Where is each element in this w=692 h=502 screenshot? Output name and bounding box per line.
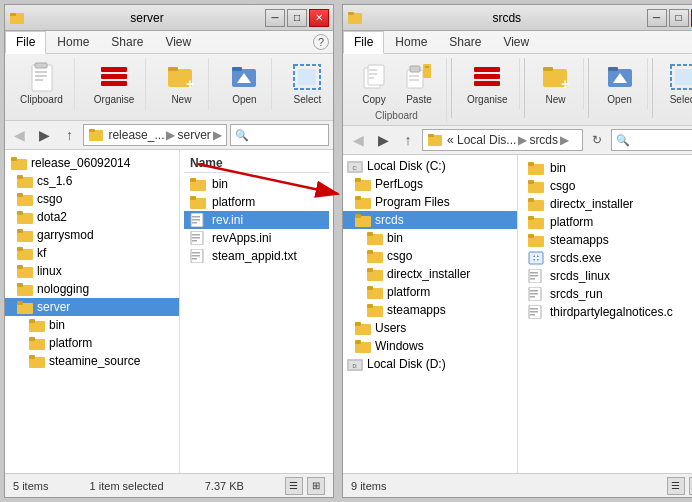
nav-item-platform-left[interactable]: platform <box>5 334 179 352</box>
file-item-revini[interactable]: rev.ini <box>184 211 329 229</box>
left-close-button[interactable]: ✕ <box>309 9 329 27</box>
nav-item-kf[interactable]: kf <box>5 244 179 262</box>
left-grid-view-button[interactable]: ⊞ <box>307 477 325 495</box>
right-organise-group: Organise <box>456 58 520 110</box>
left-up-button[interactable]: ↑ <box>59 124 81 146</box>
right-file-srcdsexe[interactable]: srcds.exe <box>522 249 692 267</box>
tree-item-users[interactable]: Users <box>343 319 517 337</box>
nav-item-steamine[interactable]: steamine_source <box>5 352 179 370</box>
right-grid-view-button[interactable]: ⊞ <box>689 477 692 495</box>
left-minimize-button[interactable]: ─ <box>265 9 285 27</box>
right-file-csgo[interactable]: csgo <box>522 177 692 195</box>
file-item-revappsini[interactable]: revApps.ini <box>184 229 329 247</box>
right-tab-share[interactable]: Share <box>438 31 492 53</box>
right-back-button[interactable]: ◀ <box>347 129 369 151</box>
right-open-button[interactable]: Open <box>599 58 641 108</box>
tree-item-bin[interactable]: bin <box>343 229 517 247</box>
left-clipboard-button[interactable]: Clipboard <box>15 58 68 108</box>
left-organise-button[interactable]: Organise <box>89 58 140 108</box>
file-item-platform[interactable]: platform <box>184 193 329 211</box>
left-tab-share[interactable]: Share <box>100 31 154 53</box>
file-item-steamappid[interactable]: steam_appid.txt <box>184 247 329 265</box>
svg-rect-38 <box>17 301 23 305</box>
left-tab-home[interactable]: Home <box>46 31 100 53</box>
left-open-button[interactable]: Open <box>223 58 265 108</box>
right-file-platform[interactable]: platform <box>522 213 692 231</box>
tree-item-perflogs[interactable]: PerfLogs <box>343 175 517 193</box>
left-tab-file[interactable]: File <box>5 31 46 54</box>
right-copy-button[interactable]: Copy <box>353 58 395 108</box>
nav-item-csgo[interactable]: csgo <box>5 190 179 208</box>
svg-text:+: + <box>186 76 194 92</box>
tree-item-windows[interactable]: Windows <box>343 337 517 355</box>
right-clipboard-label: Clipboard <box>375 110 418 121</box>
right-search-box[interactable]: 🔍 <box>611 129 692 151</box>
right-maximize-button[interactable]: □ <box>669 9 689 27</box>
tree-item-csgo[interactable]: csgo <box>343 247 517 265</box>
right-file-steamapps[interactable]: steamapps <box>522 231 692 249</box>
right-up-button[interactable]: ↑ <box>397 129 419 151</box>
right-address-box[interactable]: « Local Dis... ▶ srcds ▶ <box>422 129 583 151</box>
svg-rect-73 <box>409 79 419 81</box>
right-file-directx[interactable]: directx_installer <box>522 195 692 213</box>
right-clipboard-group: Copy Pas <box>347 58 447 123</box>
nav-item-linux[interactable]: linux <box>5 262 179 280</box>
nav-item-cs16[interactable]: cs_1.6 <box>5 172 179 190</box>
nav-item-nologging[interactable]: nologging <box>5 280 179 298</box>
left-help-button[interactable]: ? <box>313 34 329 50</box>
right-list-view-button[interactable]: ☰ <box>667 477 685 495</box>
right-file-bin-label: bin <box>550 161 566 175</box>
right-new-button[interactable]: + New <box>535 58 577 108</box>
right-tab-file[interactable]: File <box>343 31 384 54</box>
tree-item-localc[interactable]: C: Local Disk (C:) <box>343 157 517 175</box>
right-paste-button[interactable]: Paste <box>398 58 440 108</box>
tree-item-srcds[interactable]: srcds <box>343 211 517 229</box>
left-forward-button[interactable]: ▶ <box>34 124 56 146</box>
select-icon <box>291 61 323 93</box>
file-item-bin[interactable]: bin <box>184 175 329 193</box>
left-select-button[interactable]: Select <box>286 58 328 108</box>
left-tab-view[interactable]: View <box>154 31 202 53</box>
svg-rect-67 <box>369 69 377 71</box>
tree-item-platform-right[interactable]: platform <box>343 283 517 301</box>
svg-rect-69 <box>369 77 374 79</box>
right-file-srcdsrun[interactable]: srcds_run <box>522 285 692 303</box>
right-tab-home[interactable]: Home <box>384 31 438 53</box>
right-file-srcdslinux[interactable]: srcds_linux <box>522 267 692 285</box>
left-new-button[interactable]: + New <box>160 58 202 108</box>
tree-item-directx[interactable]: directx_installer <box>343 265 517 283</box>
svg-rect-95 <box>355 196 361 200</box>
nav-item-release[interactable]: release_06092014 <box>5 154 179 172</box>
left-list-view-button[interactable]: ☰ <box>285 477 303 495</box>
svg-text:+: + <box>560 76 568 92</box>
right-divider-3 <box>588 58 589 118</box>
nav-item-dota2[interactable]: dota2 <box>5 208 179 226</box>
nav-item-server[interactable]: server <box>5 298 179 316</box>
right-address-part2[interactable]: srcds <box>529 133 558 147</box>
left-address-box[interactable]: release_... ▶ server ▶ <box>83 124 226 146</box>
left-back-button[interactable]: ◀ <box>9 124 31 146</box>
left-maximize-button[interactable]: □ <box>287 9 307 27</box>
right-refresh-button[interactable]: ↻ <box>586 129 608 151</box>
left-address-part2[interactable]: server <box>177 128 210 142</box>
svg-rect-97 <box>355 214 361 218</box>
tree-item-locald[interactable]: D: Local Disk (D:) <box>343 355 517 373</box>
tree-item-steamapps[interactable]: steamapps <box>343 301 517 319</box>
left-address-part1[interactable]: release_... <box>108 128 164 142</box>
svg-rect-3 <box>32 65 52 91</box>
svg-rect-88 <box>428 134 434 137</box>
right-forward-button[interactable]: ▶ <box>372 129 394 151</box>
right-organise-button[interactable]: Organise <box>462 58 513 108</box>
right-tab-view[interactable]: View <box>492 31 540 53</box>
nav-item-garrysmod[interactable]: garrysmod <box>5 226 179 244</box>
right-file-bin[interactable]: bin <box>522 159 692 177</box>
right-address-part1[interactable]: « Local Dis... <box>447 133 516 147</box>
right-minimize-button[interactable]: ─ <box>647 9 667 27</box>
nav-item-bin[interactable]: bin <box>5 316 179 334</box>
right-file-thirdparty[interactable]: thirdpartylegalnotices.c <box>522 303 692 321</box>
right-select-button[interactable]: Select <box>663 58 692 108</box>
tree-item-programfiles[interactable]: Program Files <box>343 193 517 211</box>
tree-item-steamapps-label: steamapps <box>387 303 446 317</box>
nav-item-platform-left-label: platform <box>49 336 92 350</box>
left-search-box[interactable]: 🔍 <box>230 124 329 146</box>
